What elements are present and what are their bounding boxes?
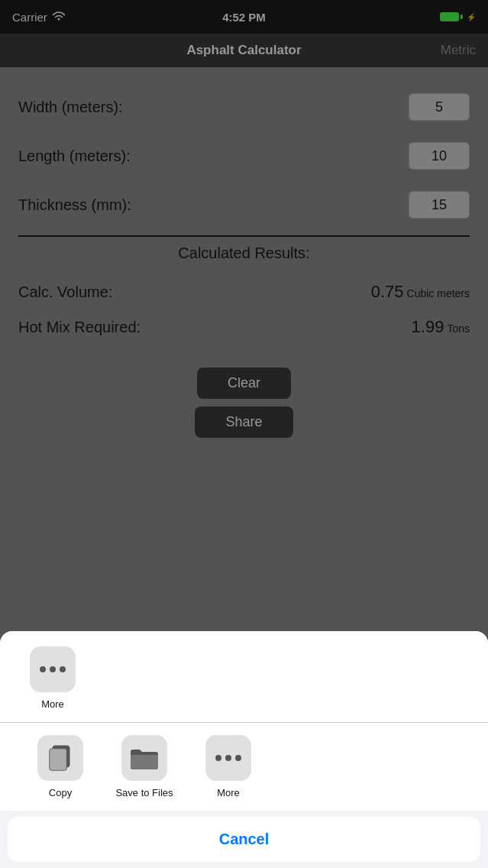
- folder-icon: [121, 735, 167, 781]
- svg-rect-2: [50, 749, 66, 770]
- share-actions-row: Copy Save to Files: [18, 735, 470, 798]
- dot-2: [50, 666, 56, 672]
- dot-3: [60, 666, 66, 672]
- more-dot-2: [225, 755, 231, 761]
- save-to-files-label: Save to Files: [115, 787, 173, 798]
- three-dots-icon: [40, 666, 66, 672]
- more-app-label: More: [41, 698, 64, 710]
- save-to-files-action[interactable]: Save to Files: [102, 735, 186, 798]
- share-app-more[interactable]: More: [18, 646, 87, 710]
- more-label: More: [217, 787, 240, 798]
- cancel-section: Cancel: [8, 817, 480, 862]
- more-dot-3: [235, 755, 241, 761]
- cancel-button[interactable]: Cancel: [8, 817, 480, 862]
- more-action[interactable]: More: [186, 735, 270, 798]
- more-dots-icon: [205, 735, 251, 781]
- more-three-dots: [215, 755, 241, 761]
- share-actions-section: Copy Save to Files: [0, 723, 488, 811]
- more-app-icon: [30, 646, 76, 692]
- share-sheet: More Copy: [0, 631, 488, 868]
- more-dot-1: [215, 755, 221, 761]
- share-app-row: More: [18, 646, 470, 710]
- dot-1: [40, 666, 46, 672]
- share-top-section: More: [0, 631, 488, 722]
- copy-icon: [37, 735, 83, 781]
- copy-action[interactable]: Copy: [18, 735, 102, 798]
- copy-label: Copy: [49, 787, 72, 798]
